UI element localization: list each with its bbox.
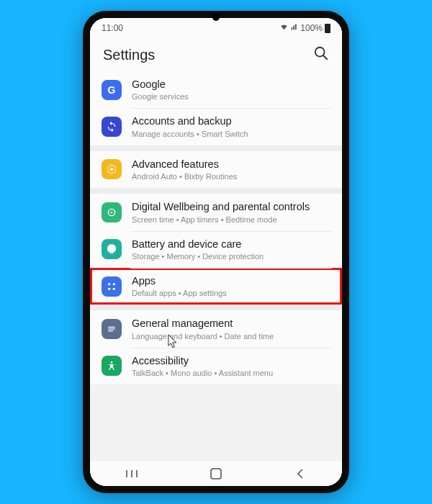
settings-item-google[interactable]: G Google Google services	[90, 71, 342, 108]
settings-item-apps[interactable]: Apps Default apps • App settings	[90, 268, 342, 305]
svg-point-8	[113, 287, 115, 289]
svg-point-4	[111, 212, 113, 214]
screen: 11:00 100% Settings G Google Google ser	[90, 18, 342, 486]
nav-bar	[90, 460, 342, 486]
nav-back[interactable]	[275, 468, 325, 480]
gear-icon	[102, 159, 122, 179]
battery-icon	[325, 24, 330, 33]
item-title: Apps	[132, 275, 227, 287]
camera-notch	[212, 14, 220, 21]
status-bar: 11:00 100%	[90, 18, 342, 38]
signal-icon	[290, 23, 298, 33]
item-sub: Language and keyboard • Date and time	[132, 332, 274, 341]
page-title: Settings	[103, 47, 155, 63]
wellbeing-icon	[102, 202, 122, 222]
item-title: Google	[132, 78, 189, 91]
group-gap	[90, 145, 342, 151]
cursor-icon	[168, 334, 180, 350]
group-gap	[90, 305, 342, 310]
status-time: 11:00	[102, 23, 123, 33]
svg-rect-16	[211, 469, 221, 479]
accessibility-icon	[102, 356, 122, 376]
settings-item-advanced[interactable]: Advanced features Android Auto • Bixby R…	[90, 151, 342, 188]
wifi-icon	[280, 23, 288, 33]
svg-point-7	[108, 287, 110, 289]
settings-item-accounts[interactable]: Accounts and backup Manage accounts • Sm…	[90, 108, 342, 145]
settings-list[interactable]: G Google Google services Accounts and ba…	[90, 71, 342, 460]
item-sub: Google services	[132, 92, 189, 101]
phone-frame: 11:00 100% Settings G Google Google ser	[83, 11, 349, 493]
item-title: Advanced features	[132, 158, 237, 171]
settings-item-accessibility[interactable]: Accessibility TalkBack • Mono audio • As…	[90, 348, 342, 384]
status-right: 100%	[280, 23, 330, 33]
group-gap	[90, 188, 342, 194]
apps-icon	[102, 276, 122, 297]
item-sub: Screen time • App timers • Bedtime mode	[132, 215, 310, 224]
svg-line-1	[323, 55, 328, 60]
item-sub: Android Auto • Bixby Routines	[132, 172, 237, 181]
svg-rect-10	[108, 328, 114, 329]
nav-recents[interactable]	[107, 469, 157, 479]
header: Settings	[90, 38, 342, 71]
svg-rect-9	[108, 327, 114, 328]
svg-point-12	[111, 361, 113, 364]
svg-rect-11	[108, 330, 113, 331]
item-title: General management	[132, 318, 274, 330]
svg-point-6	[113, 283, 115, 285]
settings-item-wellbeing[interactable]: Digital Wellbeing and parental controls …	[90, 194, 342, 230]
item-sub: Manage accounts • Smart Switch	[132, 130, 248, 138]
item-title: Digital Wellbeing and parental controls	[132, 201, 310, 213]
sync-icon	[102, 117, 122, 137]
item-sub: Storage • Memory • Device protection	[132, 252, 264, 261]
item-title: Accessibility	[132, 355, 273, 367]
search-icon[interactable]	[313, 45, 329, 64]
item-title: Accounts and backup	[132, 115, 248, 127]
device-care-icon	[102, 239, 122, 259]
general-icon	[102, 319, 122, 339]
item-sub: TalkBack • Mono audio • Assistant menu	[132, 369, 273, 377]
battery-text: 100%	[300, 23, 323, 33]
nav-home[interactable]	[191, 467, 241, 480]
svg-point-5	[108, 283, 110, 285]
google-icon: G	[102, 80, 122, 100]
item-sub: Default apps • App settings	[132, 289, 227, 297]
settings-item-battery[interactable]: Battery and device care Storage • Memory…	[90, 231, 342, 268]
svg-point-2	[110, 168, 113, 171]
settings-item-general[interactable]: General management Language and keyboard…	[90, 310, 342, 347]
item-title: Battery and device care	[132, 238, 264, 251]
